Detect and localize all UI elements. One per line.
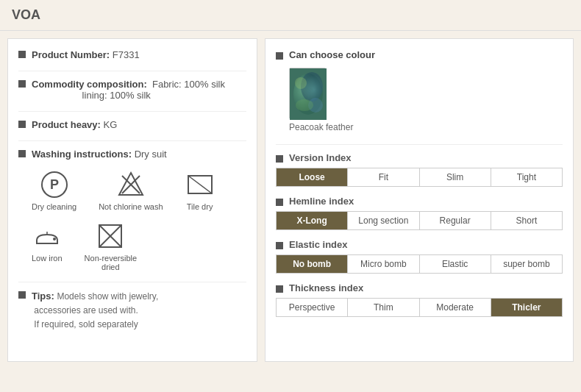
bullet-icon (276, 155, 283, 163)
non-reversible-icon (96, 221, 125, 251)
washing-row: Washing instructions: Dry suit (18, 149, 246, 160)
version-btn-loose[interactable]: Loose (277, 168, 348, 186)
tile-dry-icon (185, 170, 215, 199)
non-reversible-label: Non-reversible dried (85, 254, 138, 271)
product-heavy-row: Product heavy: KG (18, 119, 246, 130)
hemline-label: Hemline index (289, 196, 354, 207)
bullet-icon (276, 199, 283, 206)
colour-header: Can choose colour (276, 49, 563, 60)
product-heavy-value: KG (104, 119, 118, 130)
tile-dry-icon-item: Tile dry (185, 170, 215, 211)
bullet-icon (276, 285, 283, 293)
hemline-buttons: X-Long Long section Regular Short (276, 211, 563, 230)
low-iron-icon (32, 221, 62, 251)
bullet-icon (18, 291, 26, 299)
elastic-btn-superbomb[interactable]: super bomb (491, 255, 562, 273)
elastic-label: Elastic index (289, 239, 347, 250)
product-heavy-label: Product heavy: (32, 119, 101, 130)
tile-dry-label: Tile dry (187, 202, 213, 211)
version-btn-fit[interactable]: Fit (348, 168, 419, 186)
left-panel: Product Number: F7331 Commodity composit… (7, 38, 257, 362)
elastic-btn-nobomb[interactable]: No bomb (277, 255, 348, 273)
fabric-swatch-container: Peacoak feather (289, 68, 563, 132)
tips-row: Tips: Models show with jewelry, accessor… (18, 290, 246, 332)
fabric-image (289, 68, 326, 119)
not-chlorine-icon (116, 170, 146, 199)
elastic-header: Elastic index (276, 239, 563, 250)
low-iron-label: Low iron (32, 254, 63, 263)
thickness-label: Thickness index (289, 282, 363, 293)
thickness-header: Thickness index (276, 282, 563, 293)
fabric-svg (290, 68, 327, 120)
colour-label: Can choose colour (289, 49, 375, 60)
thickness-btn-thicler[interactable]: Thicler (491, 299, 562, 316)
version-label: Version Index (289, 152, 352, 163)
commodity-row: Commodity composition: Fabric: 100% silk… (18, 79, 246, 101)
dry-cleaning-icon: P (40, 170, 69, 199)
dry-cleaning-icon-item: P Dry cleaning (32, 170, 76, 211)
hemline-btn-long[interactable]: Long section (348, 212, 419, 229)
svg-point-8 (53, 238, 56, 240)
commodity-label: Commodity composition: (32, 79, 147, 90)
not-chlorine-label: Not chlorine wash (99, 202, 163, 211)
svg-point-16 (295, 77, 307, 89)
svg-point-18 (296, 99, 313, 111)
non-reversible-icon-item: Non-reversible dried (85, 221, 138, 271)
elastic-btn-elastic[interactable]: Elastic (420, 255, 491, 273)
bullet-icon (18, 80, 26, 88)
washing-label: Washing instructions: (32, 149, 132, 160)
hemline-btn-xlong[interactable]: X-Long (277, 212, 348, 229)
commodity-content: Commodity composition: Fabric: 100% silk… (32, 79, 246, 101)
hemline-btn-short[interactable]: Short (491, 212, 562, 229)
bullet-icon (276, 242, 283, 249)
washing-icons-row2: Low iron Non-reversible dried (32, 221, 246, 271)
elastic-index-section: Elastic index No bomb Micro bomb Elastic… (276, 239, 563, 274)
bullet-icon (18, 121, 26, 128)
bullet-icon (276, 52, 283, 60)
not-chlorine-icon-item: Not chlorine wash (99, 170, 163, 211)
elastic-btn-microbomb[interactable]: Micro bomb (348, 255, 419, 273)
product-number-label: Product Number: (32, 49, 110, 60)
right-panel: Can choose colour (265, 38, 574, 362)
washing-content: Washing instructions: Dry suit (32, 149, 246, 160)
svg-line-6 (188, 176, 212, 193)
product-number-row: Product Number: F7331 (18, 49, 246, 60)
product-number-content: Product Number: F7331 (32, 49, 246, 60)
thickness-buttons: Perspective Thim Moderate Thicler (276, 298, 563, 317)
hemline-header: Hemline index (276, 196, 563, 207)
thickness-btn-thim[interactable]: Thim (348, 299, 419, 316)
thickness-index-section: Thickness index Perspective Thim Moderat… (276, 282, 563, 317)
hemline-index-section: Hemline index X-Long Long section Regula… (276, 196, 563, 230)
washing-icons-row1: P Dry cleaning Not chlorine wash T (32, 170, 246, 211)
fabric-caption: Peacoak feather (289, 122, 563, 132)
version-header: Version Index (276, 152, 563, 163)
tips-label: Tips: (32, 291, 54, 302)
thickness-btn-perspective[interactable]: Perspective (277, 299, 348, 316)
product-number-value: F7331 (113, 49, 140, 60)
version-btn-tight[interactable]: Tight (491, 168, 562, 186)
bullet-icon (18, 150, 26, 157)
low-iron-icon-item: Low iron (32, 221, 63, 271)
tips-content: Tips: Models show with jewelry, accessor… (32, 290, 246, 332)
thickness-btn-moderate[interactable]: Moderate (420, 299, 491, 316)
colour-section: Can choose colour (276, 49, 563, 132)
washing-value: Dry suit (135, 149, 167, 160)
svg-text:P: P (50, 177, 59, 192)
main-container: Product Number: F7331 Commodity composit… (0, 31, 581, 369)
version-index-section: Version Index Loose Fit Slim Tight (276, 152, 563, 187)
version-btn-slim[interactable]: Slim (420, 168, 491, 186)
version-buttons: Loose Fit Slim Tight (276, 168, 563, 187)
dry-cleaning-label: Dry cleaning (32, 202, 76, 211)
product-heavy-content: Product heavy: KG (32, 119, 246, 130)
hemline-btn-regular[interactable]: Regular (420, 212, 491, 229)
page-title: VOA (0, 0, 581, 31)
bullet-icon (18, 51, 26, 58)
elastic-buttons: No bomb Micro bomb Elastic super bomb (276, 254, 563, 274)
